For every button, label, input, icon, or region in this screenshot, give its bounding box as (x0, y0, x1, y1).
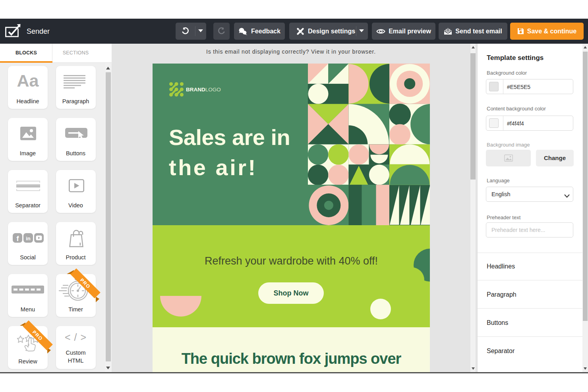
svg-text:in: in (26, 236, 31, 241)
svg-text:f: f (16, 234, 19, 242)
